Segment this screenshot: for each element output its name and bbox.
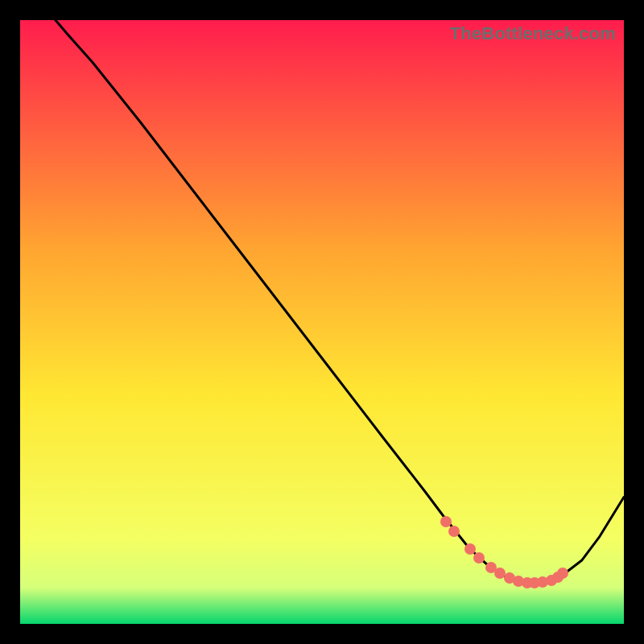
highlight-dot [440, 516, 452, 527]
watermark-text: TheBottleneck.com [450, 23, 616, 44]
highlight-dot [473, 552, 485, 564]
highlight-dot [464, 543, 476, 555]
chart-svg [20, 20, 624, 624]
highlight-dot [557, 568, 568, 579]
chart-plot-area: TheBottleneck.com [20, 20, 624, 624]
highlight-dot [448, 526, 460, 537]
gradient-background [20, 20, 624, 624]
chart-outer-frame: TheBottleneck.com [0, 0, 644, 644]
